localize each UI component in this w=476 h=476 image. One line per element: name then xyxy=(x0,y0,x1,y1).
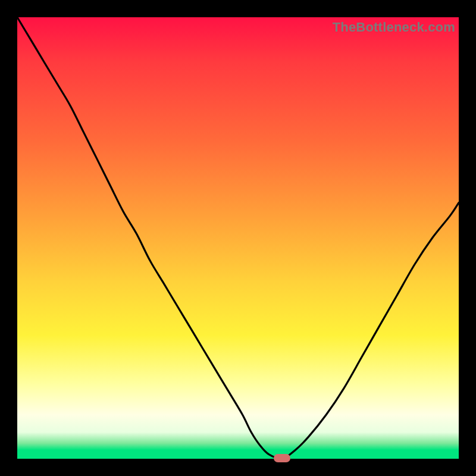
chart-frame: TheBottleneck.com xyxy=(0,0,476,476)
minimum-marker xyxy=(274,454,290,462)
curve-path xyxy=(17,17,459,459)
plot-area: TheBottleneck.com xyxy=(17,17,459,459)
bottleneck-curve xyxy=(17,17,459,459)
